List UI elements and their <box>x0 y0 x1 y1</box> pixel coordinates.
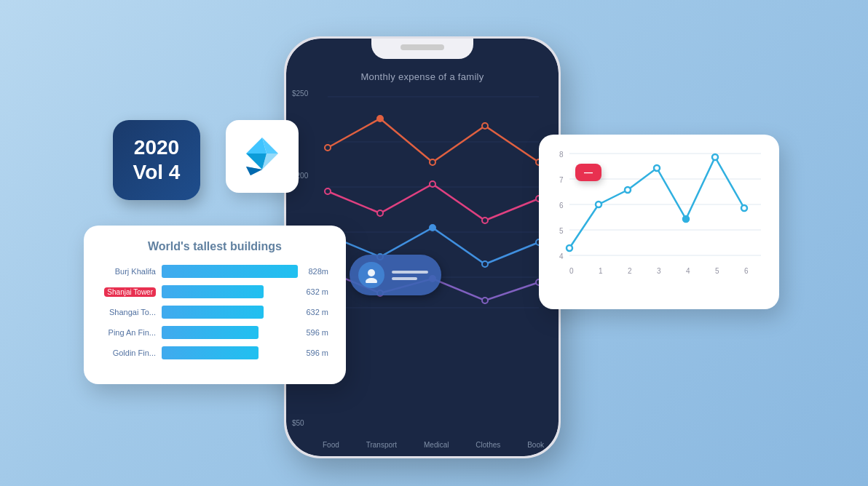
bar-fill <box>162 306 264 319</box>
bar-container <box>162 326 296 339</box>
bar-container <box>162 346 296 359</box>
svg-text:7: 7 <box>559 176 564 184</box>
svg-point-15 <box>482 123 488 129</box>
bar-value: 596 m <box>306 328 328 337</box>
profile-lines <box>392 271 428 280</box>
bar-value: 632 m <box>306 308 328 316</box>
bar-label: Shangai To... <box>101 308 156 316</box>
line-chart-svg <box>323 89 544 330</box>
bar-row: Shangai To... 632 m <box>101 306 328 319</box>
bar-label: Burj Khalifa <box>101 267 156 276</box>
vol-text: Vol 4 <box>133 160 181 185</box>
svg-text:2: 2 <box>628 267 632 275</box>
svg-point-12 <box>325 145 331 151</box>
svg-text:5: 5 <box>715 267 719 275</box>
bar-value: 596 m <box>306 348 328 357</box>
svg-text:1: 1 <box>599 267 603 275</box>
bar-label: Shanjai Tower <box>101 287 156 296</box>
svg-text:4: 4 <box>559 252 564 260</box>
x-labels: Food Transport Medical Clothes Book <box>323 441 544 449</box>
svg-text:8: 8 <box>559 151 564 159</box>
year-badge: 2020 Vol 4 <box>113 120 200 200</box>
svg-point-19 <box>430 181 435 187</box>
bar-fill <box>162 346 259 359</box>
bar-container <box>162 265 298 278</box>
flutter-badge <box>226 120 299 193</box>
avatar <box>358 262 384 288</box>
svg-point-30 <box>482 298 488 303</box>
svg-text:6: 6 <box>559 202 564 210</box>
svg-point-51 <box>625 187 631 193</box>
svg-point-13 <box>377 116 383 122</box>
svg-point-20 <box>482 218 488 223</box>
phone-notch-inner <box>401 44 444 50</box>
tooltip-badge: — <box>575 164 601 181</box>
svg-point-57 <box>366 278 377 283</box>
svg-point-55 <box>741 205 747 211</box>
bar-row: Goldin Fin... 596 m <box>101 346 328 359</box>
svg-point-17 <box>325 188 331 194</box>
svg-text:5: 5 <box>559 227 564 235</box>
svg-point-24 <box>430 225 435 231</box>
buildings-card-title: World's tallest buildings <box>101 240 328 253</box>
bar-row: Burj Khalifa 828m <box>101 265 328 278</box>
flutter-icon <box>240 135 284 178</box>
svg-text:6: 6 <box>744 267 749 275</box>
svg-point-52 <box>654 165 660 171</box>
svg-text:3: 3 <box>657 267 661 275</box>
svg-point-54 <box>712 154 718 160</box>
bar-fill <box>162 265 298 278</box>
svg-point-50 <box>596 202 601 207</box>
svg-marker-5 <box>246 167 262 175</box>
buildings-card: World's tallest buildings Burj Khalifa 8… <box>84 226 346 384</box>
svg-point-25 <box>482 261 488 267</box>
svg-point-53 <box>683 216 689 222</box>
svg-text:0: 0 <box>569 267 574 275</box>
bar-fill <box>162 285 264 298</box>
svg-point-14 <box>430 159 435 165</box>
bar-container <box>162 306 296 319</box>
profile-line <box>392 277 417 280</box>
phone-notch <box>371 39 473 59</box>
bar-value: 828m <box>308 267 328 276</box>
bar-label: Goldin Fin... <box>101 348 156 357</box>
svg-point-18 <box>377 210 383 216</box>
svg-point-56 <box>368 269 375 276</box>
profile-card <box>350 255 441 295</box>
svg-text:4: 4 <box>686 267 690 275</box>
bar-row: Shanjai Tower 632 m <box>101 285 328 298</box>
line-chart-card: 8 7 6 5 4 0 1 2 3 4 5 6 <box>539 135 779 309</box>
svg-point-49 <box>567 245 572 251</box>
bar-value: 632 m <box>306 287 328 296</box>
bar-container <box>162 285 296 298</box>
chart-title: Monthly expense of a family <box>286 71 559 82</box>
bar-row: Ping An Fin... 596 m <box>101 326 328 339</box>
profile-line <box>392 271 428 274</box>
bar-fill <box>162 326 259 339</box>
user-icon <box>363 267 379 283</box>
year-text: 2020 <box>134 135 179 160</box>
bar-label: Ping An Fin... <box>101 328 156 337</box>
